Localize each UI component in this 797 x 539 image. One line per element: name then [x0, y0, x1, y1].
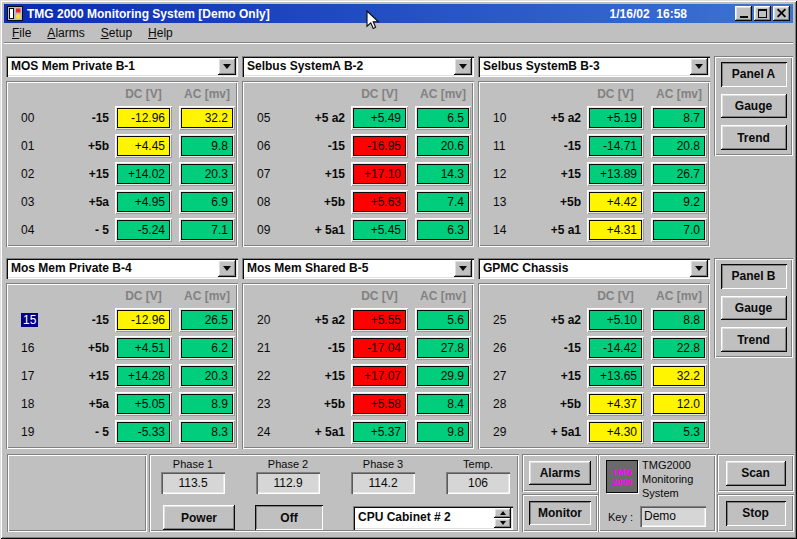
- channel-number[interactable]: 23: [257, 397, 270, 411]
- channel-number[interactable]: 24: [257, 425, 270, 439]
- panel-selector[interactable]: GPMC Chassis: [478, 258, 710, 279]
- channel-number[interactable]: 29: [493, 425, 506, 439]
- spin-down-icon[interactable]: [494, 518, 511, 528]
- power-button[interactable]: Power: [163, 505, 235, 530]
- chevron-down-icon[interactable]: [454, 58, 472, 75]
- channel-number[interactable]: 19: [21, 425, 34, 439]
- phase-frame: Phase 1113.5Phase 2112.9Phase 3114.2Temp…: [149, 454, 519, 532]
- trend-button[interactable]: Trend: [721, 125, 787, 150]
- channel-number[interactable]: 12: [493, 167, 506, 181]
- monitor-toggle[interactable]: Monitor: [529, 501, 591, 525]
- channel-number[interactable]: 01: [21, 139, 34, 153]
- logo-line2: 2000: [612, 477, 632, 487]
- aux-frame: [7, 454, 147, 532]
- dc-value: -12.96: [117, 108, 170, 128]
- ac-value: 5.6: [417, 310, 469, 330]
- channel-number[interactable]: 02: [21, 167, 34, 181]
- channel-number[interactable]: 16: [21, 341, 34, 355]
- ac-value: 12.0: [653, 394, 705, 414]
- menu-help[interactable]: Help: [140, 24, 181, 42]
- chevron-down-icon[interactable]: [454, 260, 472, 277]
- channel-number[interactable]: 27: [493, 369, 506, 383]
- channel-row: 01+5b+4.459.8: [9, 132, 235, 160]
- channel-number[interactable]: 18: [21, 397, 34, 411]
- dc-cell-bezel: +5.45: [351, 218, 408, 242]
- channel-number[interactable]: 13: [493, 195, 506, 209]
- ac-value: 26.5: [181, 310, 233, 330]
- minimize-button[interactable]: [735, 6, 752, 21]
- channel-row: 12+15+13.8926.7: [481, 160, 707, 188]
- ac-value: 20.6: [417, 136, 469, 156]
- channel-number[interactable]: 09: [257, 223, 270, 237]
- channel-label: - 5: [47, 425, 109, 439]
- maximize-button[interactable]: [754, 6, 771, 21]
- gauge-button[interactable]: Gauge: [721, 94, 787, 119]
- ac-cell-bezel: 6.5: [415, 106, 471, 130]
- ac-value: 32.2: [653, 366, 705, 386]
- app-icon: [7, 6, 23, 21]
- channel-number[interactable]: 06: [257, 139, 270, 153]
- channel-label: +5 a2: [283, 111, 345, 125]
- panel-b-button[interactable]: Panel B: [721, 264, 787, 289]
- channel-label: + 5a1: [283, 425, 345, 439]
- channel-number[interactable]: 22: [257, 369, 270, 383]
- phase-display-1: Phase 1113.5: [161, 458, 225, 494]
- alarms-button[interactable]: Alarms: [529, 461, 591, 485]
- gauge-button[interactable]: Gauge: [721, 296, 787, 321]
- ac-value: 6.9: [181, 192, 233, 212]
- chevron-down-icon[interactable]: [690, 58, 708, 75]
- menu-file[interactable]: File: [4, 24, 39, 42]
- ac-cell-bezel: 6.2: [179, 336, 235, 360]
- panel-a-button[interactable]: Panel A: [721, 62, 787, 87]
- ac-value: 32.2: [181, 108, 233, 128]
- channel-number[interactable]: 26: [493, 341, 506, 355]
- ac-value: 22.8: [653, 338, 705, 358]
- panel-selector[interactable]: MOS Mem Private B-1: [6, 56, 238, 77]
- channel-number[interactable]: 15: [21, 313, 38, 327]
- trend-button[interactable]: Trend: [721, 327, 787, 352]
- ac-cell-bezel: 8.8: [651, 308, 707, 332]
- panel-selector[interactable]: Mos Mem Private B-4: [6, 258, 238, 279]
- channel-number[interactable]: 14: [493, 223, 506, 237]
- ac-cell-bezel: 7.0: [651, 218, 707, 242]
- chevron-down-icon[interactable]: [690, 260, 708, 277]
- channel-number[interactable]: 04: [21, 223, 34, 237]
- panels-grid: MOS Mem Private B-1DC [V]AC [mv]00-15-12…: [6, 56, 710, 449]
- dc-column-header: DC [V]: [115, 289, 172, 303]
- channel-number[interactable]: 08: [257, 195, 270, 209]
- ac-cell-bezel: 8.4: [415, 392, 471, 416]
- channel-label: +5b: [283, 195, 345, 209]
- channel-number[interactable]: 28: [493, 397, 506, 411]
- close-button[interactable]: [773, 6, 790, 21]
- dc-value: +13.89: [589, 164, 642, 184]
- ac-value: 7.1: [181, 220, 233, 240]
- channel-number[interactable]: 05: [257, 111, 270, 125]
- channel-number[interactable]: 07: [257, 167, 270, 181]
- ac-cell-bezel: 20.6: [415, 134, 471, 158]
- dc-column-header: DC [V]: [115, 87, 172, 101]
- spin-up-icon[interactable]: [494, 508, 511, 518]
- channel-number[interactable]: 03: [21, 195, 34, 209]
- dc-cell-bezel: +13.65: [587, 364, 644, 388]
- panel-selector[interactable]: Selbus SystemB B-3: [478, 56, 710, 77]
- phase-value: 114.2: [351, 472, 415, 494]
- chevron-down-icon[interactable]: [218, 58, 236, 75]
- channel-number[interactable]: 20: [257, 313, 270, 327]
- channel-number[interactable]: 10: [493, 111, 506, 125]
- stop-toggle[interactable]: Stop: [726, 501, 786, 526]
- scan-button[interactable]: Scan: [726, 461, 786, 486]
- channel-number[interactable]: 21: [257, 341, 270, 355]
- phase-value: 112.9: [256, 472, 320, 494]
- ac-value: 9.8: [417, 422, 469, 442]
- panel-selector[interactable]: Mos Mem Shared B-5: [242, 258, 474, 279]
- cabinet-selector[interactable]: CPU Cabinet # 2: [353, 506, 513, 530]
- menu-alarms[interactable]: Alarms: [39, 24, 92, 42]
- channel-number[interactable]: 25: [493, 313, 506, 327]
- channel-number[interactable]: 11: [493, 139, 505, 153]
- chevron-down-icon[interactable]: [218, 260, 236, 277]
- off-toggle[interactable]: Off: [255, 505, 323, 530]
- channel-number[interactable]: 00: [21, 111, 34, 125]
- menu-setup[interactable]: Setup: [93, 24, 140, 42]
- channel-number[interactable]: 17: [21, 369, 34, 383]
- panel-selector[interactable]: Selbus SystemA B-2: [242, 56, 474, 77]
